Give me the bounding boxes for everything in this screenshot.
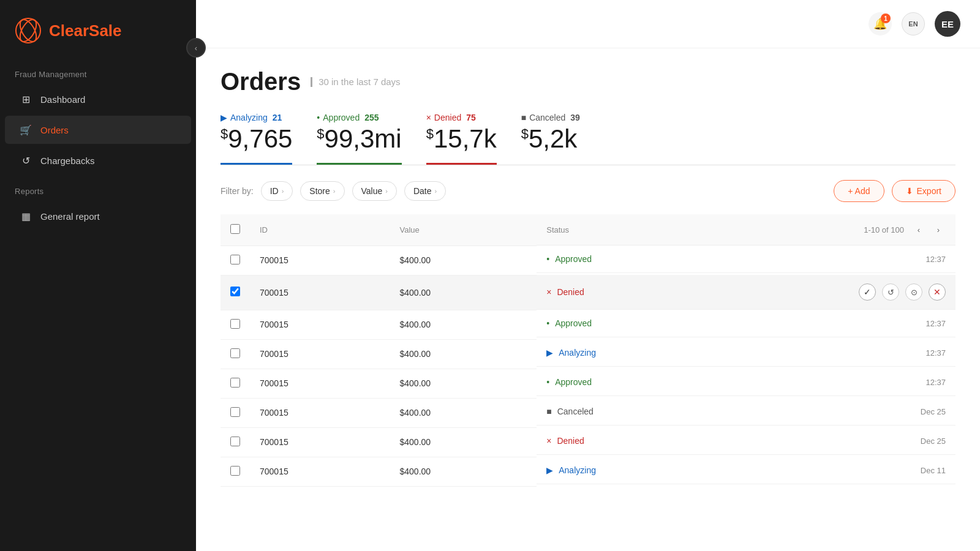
table-row: 700015$400.00▶Analyzing12:37 [221,339,956,369]
row-status-cell: •Approved12:37 [537,246,956,273]
pagination-info: 1-10 of 100 ‹ › [864,222,946,237]
row-time: 12:37 [925,255,946,264]
canceled-square-icon: ■ [521,113,526,122]
export-button[interactable]: ⬇ Export [892,180,956,202]
header-id: ID [250,214,390,246]
stat-label-approved: • Approved 255 [317,113,401,122]
add-button[interactable]: + Add [834,180,884,202]
row-value: $400.00 [390,369,537,398]
row-checkbox[interactable] [230,466,240,476]
user-avatar[interactable]: EE [935,11,960,37]
row-status-cell: ×DeniedDec 25 [537,427,956,455]
row-checkbox-cell [221,310,250,339]
row-id[interactable]: 700015 [250,310,390,339]
sidebar-item-dashboard[interactable]: ⊞ Dashboard [5,85,191,113]
table-row: 700015$400.00▶AnalyzingDec 11 [221,457,956,486]
status-icon: × [546,436,551,446]
page-header: Orders 30 in the last 7 days [221,68,956,96]
notification-badge: 1 [881,13,891,23]
row-value: $400.00 [390,427,537,457]
row-id[interactable]: 700015 [250,457,390,486]
chevron-right-icon: › [282,187,284,195]
pagination-next-button[interactable]: › [931,222,946,237]
row-checkbox-cell [221,369,250,398]
stat-card-denied[interactable]: × Denied 75 $15,7k [426,113,497,165]
sidebar-item-general-report[interactable]: ▦ General report [5,202,191,230]
notification-button[interactable]: 🔔 1 [869,12,892,36]
stat-label-canceled: ■ Canceled 39 [521,113,580,122]
deny-action-button[interactable]: ✕ [929,283,946,301]
approve-action-button[interactable]: ✓ [859,283,876,301]
sidebar-item-chargebacks[interactable]: ↺ Chargebacks [5,146,191,174]
row-status-cell: ▶Analyzing12:37 [537,339,956,367]
row-status-cell: ▶AnalyzingDec 11 [537,457,956,484]
table-row: 700015$400.00×DeniedDec 25 [221,427,956,457]
row-id[interactable]: 700015 [250,369,390,398]
row-checkbox[interactable] [230,407,240,417]
table-row: 700015$400.00■CanceledDec 25 [221,398,956,427]
logo-text: ClearSale [49,21,122,40]
row-checkbox[interactable] [230,437,240,446]
row-checkbox[interactable] [230,378,240,388]
clearsale-logo-icon [15,17,42,44]
row-checkbox[interactable] [230,287,240,296]
topbar: 🔔 1 EN EE [196,0,980,48]
row-status-cell: •Approved12:37 [537,369,956,396]
chargebacks-icon: ↺ [20,154,32,167]
sidebar-collapse-button[interactable]: ‹ [186,38,206,58]
stat-card-approved[interactable]: • Approved 255 $99,3mi [317,113,401,165]
row-checkbox-cell [221,427,250,457]
filter-chip-value[interactable]: Value › [352,181,397,201]
status-icon: • [546,254,549,264]
info-action-button[interactable]: ⊙ [905,283,922,301]
page-subtitle: 30 in the last 7 days [311,77,400,87]
row-value: $400.00 [390,246,537,275]
row-value: $400.00 [390,310,537,339]
row-checkbox[interactable] [230,348,240,358]
status-icon: × [546,287,551,297]
row-id[interactable]: 700015 [250,427,390,457]
status-icon: ▶ [546,348,553,358]
page-content-area: Orders 30 in the last 7 days ▶ Analyzing… [196,48,980,551]
logo-area: ClearSale [0,0,196,59]
row-id[interactable]: 700015 [250,246,390,275]
sidebar-item-orders[interactable]: 🛒 Orders [5,116,191,144]
row-time: Dec 11 [921,466,946,475]
main-content: 🔔 1 EN EE Orders 30 in the last 7 days ▶… [196,0,980,551]
row-status-cell: •Approved12:37 [537,310,956,337]
row-id[interactable]: 700015 [250,275,390,310]
stats-divider [221,165,956,165]
table-row: 700015$400.00•Approved12:37 [221,369,956,398]
filter-chip-date[interactable]: Date › [404,181,446,201]
table-row: 700015$400.00×Denied ✓ ↺ ⊙ ✕ [221,275,956,310]
filter-chip-id[interactable]: ID › [261,181,293,201]
status-badge: •Approved [546,254,592,264]
stat-card-canceled[interactable]: ■ Canceled 39 $5,2k [521,113,580,165]
row-id[interactable]: 700015 [250,398,390,427]
select-all-checkbox[interactable] [230,224,240,234]
status-badge: ▶Analyzing [546,465,596,475]
filter-by-label: Filter by: [221,186,254,196]
row-checkbox[interactable] [230,319,240,329]
row-actions: ✓ ↺ ⊙ ✕ [859,283,946,301]
chevron-right-icon: › [435,187,437,195]
chevron-right-icon: › [333,187,336,195]
table-header-row: ID Value Status 1-10 of 100 ‹ › [221,214,956,246]
filter-chip-store[interactable]: Store › [300,181,344,201]
denied-x-icon: × [426,113,431,122]
header-checkbox-cell [221,214,250,246]
pagination-prev-button[interactable]: ‹ [911,222,926,237]
filter-actions: + Add ⬇ Export [834,180,956,202]
row-time: 12:37 [925,348,946,358]
chevron-right-icon: › [385,187,388,195]
reprocess-action-button[interactable]: ↺ [882,283,899,301]
stat-value-canceled: $5,2k [521,125,580,153]
sidebar-item-label: Orders [40,125,69,135]
row-id[interactable]: 700015 [250,339,390,369]
approved-dot-icon: • [317,113,320,122]
row-time: Dec 25 [921,407,946,416]
language-button[interactable]: EN [902,12,925,36]
row-status-cell: ×Denied ✓ ↺ ⊙ ✕ [537,275,956,310]
stat-card-analyzing[interactable]: ▶ Analyzing 21 $9,765 [221,113,292,165]
row-checkbox[interactable] [230,255,240,264]
